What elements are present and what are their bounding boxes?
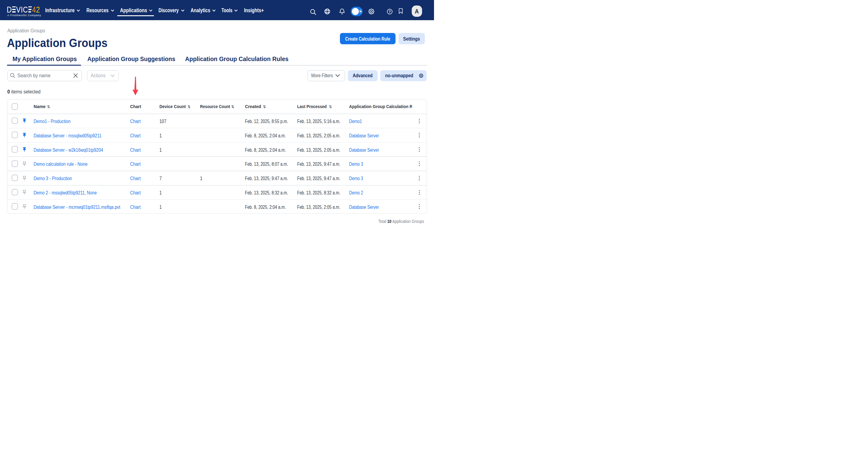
svg-text:?: ? (389, 10, 391, 13)
